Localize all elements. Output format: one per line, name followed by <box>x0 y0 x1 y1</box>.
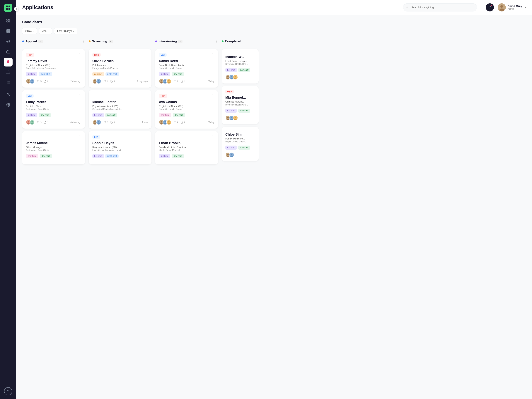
interviewing-count: 4 <box>178 40 183 43</box>
priority-badge: Low <box>159 53 167 57</box>
card-mia-bennet[interactable]: High Mia Bennet... Certified Nursing... … <box>222 86 259 124</box>
card-header: Low ⋮ <box>92 135 148 139</box>
screening-title: Screening <box>92 39 107 43</box>
tag-nightshift: night-shift <box>39 72 52 76</box>
card-isabella-w[interactable]: Isabella W... Front Desk Recep... Rivers… <box>222 49 259 83</box>
avatar <box>30 79 35 84</box>
card-emily-parker[interactable]: Low ⋮ Emily Parker Pediatric Nurse Cedar… <box>22 90 85 129</box>
column-completed-header: Completed ⋮ <box>222 39 259 43</box>
tag-fulltime: full-time <box>225 68 237 72</box>
tags: full-time night-shift <box>92 154 148 158</box>
card-menu[interactable]: ⋮ <box>211 53 214 57</box>
svg-point-13 <box>7 41 9 42</box>
sidebar-item-tasks[interactable] <box>4 78 13 87</box>
candidate-clinic: Greenfield Medical Associates <box>92 108 148 110</box>
search-input[interactable] <box>403 3 477 12</box>
candidate-clinic: Cedarwood Care Clinic <box>26 149 81 152</box>
svg-point-50 <box>94 123 96 125</box>
sidebar-item-jobs[interactable] <box>4 47 13 56</box>
sidebar-item-notifications[interactable] <box>4 68 13 77</box>
time-ago: Today <box>208 80 214 82</box>
sidebar-item-dashboard[interactable] <box>4 16 13 25</box>
help-button[interactable]: ? <box>4 387 12 395</box>
svg-point-67 <box>165 121 166 123</box>
search-container <box>403 3 477 12</box>
svg-point-35 <box>31 82 33 84</box>
files-count: 4 <box>110 121 115 124</box>
tag-dayshift: day-shift <box>172 154 184 158</box>
card-menu[interactable]: ⋮ <box>211 135 214 139</box>
card-sophia-hayes[interactable]: Low ⋮ Sophia Hayes Registered Nurse (RN)… <box>89 131 152 165</box>
svg-rect-3 <box>8 8 10 10</box>
applied-line <box>22 46 85 46</box>
card-michael-foster[interactable]: ⋮ Michael Foster Physician Assistant (PA… <box>89 90 152 129</box>
svg-point-47 <box>98 82 100 84</box>
sidebar-item-applications[interactable] <box>4 58 13 66</box>
card-james-mitchell[interactable]: ⋮ James Mitchell Office Manager Cedarwoo… <box>22 131 85 165</box>
interviewing-line <box>155 46 218 46</box>
time-ago: Today <box>208 121 214 124</box>
page-content: Candidates Clinic ▾ Job ▾ Last 30 days ▾ <box>16 15 532 399</box>
interviewing-menu[interactable]: ⋮ <box>215 39 218 43</box>
tag-dayshift: day-shift <box>238 109 250 113</box>
column-interviewing: Interviewing 4 ⋮ Low ⋮ Daniel Reed Front… <box>155 39 218 167</box>
card-menu[interactable]: ⋮ <box>145 135 148 139</box>
svg-rect-8 <box>7 30 10 33</box>
completed-menu[interactable]: ⋮ <box>255 39 259 43</box>
card-ethan-brooks[interactable]: ⋮ Ethan Brooks Family Medicine Physician… <box>155 131 218 165</box>
tags: full-time night-shift <box>26 72 81 76</box>
sidebar-toggle[interactable] <box>14 7 19 11</box>
card-menu[interactable]: ⋮ <box>145 94 148 98</box>
time-ago: Today <box>142 121 148 124</box>
user-text: David Grey Admin <box>508 4 522 10</box>
card-menu[interactable]: ⋮ <box>78 94 81 98</box>
comments-count: 3 <box>37 121 42 124</box>
card-footer <box>225 115 255 120</box>
filter-date[interactable]: Last 30 days ▾ <box>54 28 77 34</box>
card-menu[interactable]: ⋮ <box>145 53 148 57</box>
sidebar-item-reports[interactable] <box>4 27 13 35</box>
avatar <box>166 120 171 125</box>
logo[interactable] <box>4 4 12 12</box>
card-footer <box>225 75 255 80</box>
candidate-clinic: Maple Grove Medical <box>159 149 214 152</box>
card-menu[interactable]: ⋮ <box>78 135 81 139</box>
candidate-name: Ava Collins <box>159 100 214 104</box>
candidate-name: Tammy Davis <box>26 59 81 63</box>
card-footer: 5 4 Today <box>92 120 148 125</box>
filter-job[interactable]: Job ▾ <box>39 28 52 34</box>
svg-point-61 <box>168 80 170 82</box>
avatar <box>96 79 101 84</box>
files-count: 2 <box>110 80 115 83</box>
tag-fulltime: full-time <box>92 154 104 158</box>
screening-menu[interactable]: ⋮ <box>148 39 152 43</box>
card-tammy-davis[interactable]: High ⋮ Tammy Davis Registered Nurse (RN)… <box>22 49 85 88</box>
card-menu[interactable]: ⋮ <box>211 94 214 98</box>
svg-point-82 <box>227 117 229 118</box>
sidebar-item-settings[interactable] <box>4 101 13 109</box>
card-chloe-sim[interactable]: Chloe Sim... Family Medicine... Maple Gr… <box>222 127 259 161</box>
chevron-down-icon: ▾ <box>73 30 74 32</box>
svg-point-52 <box>98 121 99 123</box>
candidate-role: Physician Assistant (PA) <box>92 105 148 108</box>
card-olivia-barnes[interactable]: High ⋮ Olivia Barnes Phlebotomist Evergr… <box>89 49 152 88</box>
card-daniel-reed[interactable]: Low ⋮ Daniel Reed Front Desk Receptionis… <box>155 49 218 88</box>
svg-point-43 <box>94 80 96 82</box>
completed-line <box>222 46 259 46</box>
candidate-name: Ethan Brooks <box>159 141 214 145</box>
svg-point-85 <box>231 117 232 118</box>
applied-menu[interactable]: ⋮ <box>82 39 85 43</box>
tags: full-time day-shift <box>225 68 255 72</box>
avatar-stack <box>225 152 234 157</box>
sidebar-item-profile[interactable] <box>4 90 13 99</box>
svg-point-38 <box>27 123 30 125</box>
card-menu[interactable]: ⋮ <box>78 53 81 57</box>
candidate-clinic: Riverside Health Gro... <box>225 103 255 106</box>
notification-button[interactable] <box>486 3 494 12</box>
filter-clinic[interactable]: Clinic ▾ <box>22 28 37 34</box>
comments-count: 9 <box>174 121 178 124</box>
card-ava-collins[interactable]: High ⋮ Ava Collins Registered Nurse (RN)… <box>155 90 218 129</box>
candidates-title: Candidates <box>22 20 526 24</box>
user-menu[interactable]: David Grey Admin ▾ <box>498 3 526 12</box>
sidebar-item-network[interactable] <box>4 37 13 46</box>
